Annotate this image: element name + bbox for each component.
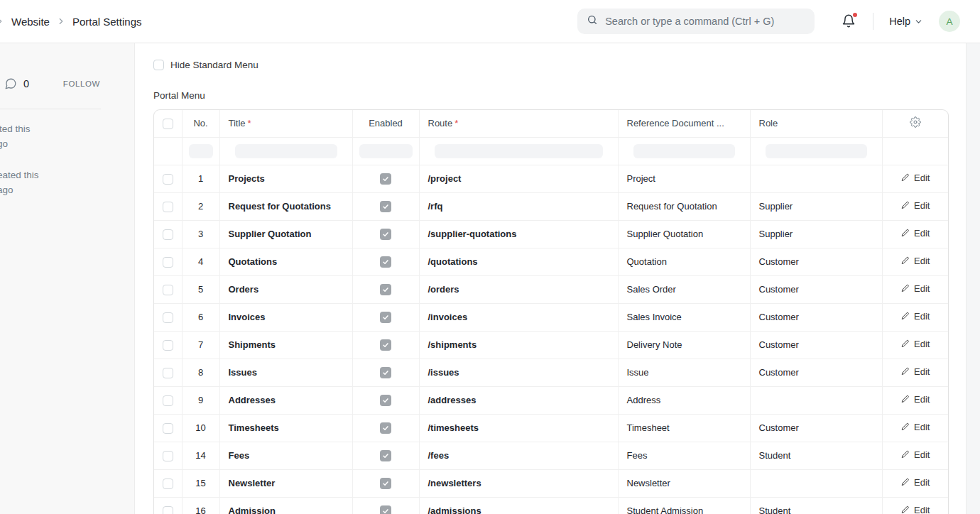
filter-input-title[interactable] [235,144,337,158]
column-header-enabled[interactable]: Enabled [369,118,403,128]
row-reference-cell[interactable]: Supplier Quotation [627,229,704,239]
row-reference-cell[interactable]: Quotation [627,256,667,267]
edit-row-button[interactable]: Edit [900,283,930,294]
row-role-cell[interactable]: Student [759,505,791,514]
row-select-checkbox[interactable] [163,202,173,212]
row-title-cell[interactable]: Orders [229,284,259,295]
row-title-cell[interactable]: Request for Quotations [229,201,331,212]
enabled-checkbox[interactable] [380,395,391,406]
comments-button[interactable]: 0 [4,77,29,90]
row-route-cell[interactable]: /admissions [428,505,481,514]
row-reference-cell[interactable]: Address [627,395,661,405]
row-route-cell[interactable]: /invoices [428,312,468,322]
row-reference-cell[interactable]: Sales Invoice [627,312,682,322]
row-route-cell[interactable]: /timesheets [428,422,479,433]
enabled-checkbox[interactable] [380,201,391,212]
row-reference-cell[interactable]: Student Admission [627,505,704,514]
row-title-cell[interactable]: Projects [229,173,265,184]
row-reference-cell[interactable]: Project [627,173,655,184]
row-role-cell[interactable]: Customer [759,422,799,433]
edit-row-button[interactable]: Edit [900,200,930,211]
edit-row-button[interactable]: Edit [900,339,930,349]
row-title-cell[interactable]: Quotations [229,256,278,267]
row-route-cell[interactable]: /addresses [428,395,477,405]
row-select-checkbox[interactable] [163,368,173,378]
row-select-checkbox[interactable] [163,451,173,461]
filter-input-reference[interactable] [633,144,735,158]
row-title-cell[interactable]: Fees [229,450,250,461]
row-title-cell[interactable]: Shipments [229,339,276,350]
row-route-cell[interactable]: /issues [428,367,459,378]
row-select-checkbox[interactable] [163,229,173,240]
enabled-checkbox[interactable] [380,284,391,295]
grid-settings-button[interactable] [910,116,921,128]
row-role-cell[interactable]: Customer [759,367,799,378]
row-select-checkbox[interactable] [163,340,173,351]
row-role-cell[interactable]: Customer [759,284,799,295]
enabled-checkbox[interactable] [380,478,391,489]
filter-input-route[interactable] [435,144,603,158]
notifications-button[interactable] [842,13,857,29]
row-title-cell[interactable]: Issues [229,367,257,378]
enabled-checkbox[interactable] [380,339,391,351]
edit-row-button[interactable]: Edit [900,311,930,322]
help-menu[interactable]: Help [889,16,923,27]
row-select-checkbox[interactable] [163,423,173,434]
edit-row-button[interactable]: Edit [900,477,930,488]
row-select-checkbox[interactable] [163,257,173,268]
column-header-title[interactable]: Title [229,118,246,128]
edit-row-button[interactable]: Edit [900,422,930,432]
edit-row-button[interactable]: Edit [900,228,930,239]
edit-row-button[interactable]: Edit [900,449,930,460]
row-select-checkbox[interactable] [163,506,173,514]
filter-input-role[interactable] [766,144,867,158]
row-title-cell[interactable]: Newsletter [229,478,276,488]
row-select-checkbox[interactable] [163,312,173,323]
row-role-cell[interactable]: Customer [759,339,799,350]
row-reference-cell[interactable]: Delivery Note [627,339,682,350]
row-select-checkbox[interactable] [163,174,173,185]
row-select-checkbox[interactable] [163,285,173,295]
breadcrumb-item-portal-settings[interactable]: Portal Settings [72,16,142,28]
enabled-checkbox[interactable] [380,505,391,514]
filter-input-enabled[interactable] [359,144,413,158]
enabled-checkbox[interactable] [380,256,391,268]
row-reference-cell[interactable]: Newsletter [627,478,670,488]
row-title-cell[interactable]: Timesheets [229,422,279,433]
row-role-cell[interactable]: Supplier [759,229,793,239]
enabled-checkbox[interactable] [380,422,391,434]
row-route-cell[interactable]: /quotations [428,256,478,267]
select-all-checkbox[interactable] [163,119,173,129]
column-header-no[interactable]: No. [193,118,207,128]
row-title-cell[interactable]: Addresses [229,395,276,405]
scrollbar-track[interactable] [966,43,980,514]
row-reference-cell[interactable]: Fees [627,450,648,461]
row-role-cell[interactable]: Customer [759,312,799,322]
row-route-cell[interactable]: /rfq [428,201,443,212]
hide-standard-menu-checkbox[interactable] [153,60,164,70]
row-route-cell[interactable]: /fees [428,450,450,461]
filter-input-no[interactable] [189,144,213,158]
row-reference-cell[interactable]: Sales Order [627,284,676,295]
hide-standard-menu-field[interactable]: Hide Standard Menu [153,60,980,70]
edit-row-button[interactable]: Edit [900,173,930,183]
row-title-cell[interactable]: Supplier Quotation [229,229,312,239]
avatar[interactable]: A [939,11,960,32]
edit-row-button[interactable]: Edit [900,366,930,377]
row-select-checkbox[interactable] [163,479,173,489]
row-route-cell[interactable]: /supplier-quotations [428,229,517,239]
breadcrumb-item-website[interactable]: Website [11,16,50,28]
column-header-route[interactable]: Route [428,118,453,128]
search-input[interactable] [605,16,805,27]
enabled-checkbox[interactable] [380,173,391,185]
row-route-cell[interactable]: /project [428,173,462,184]
row-route-cell[interactable]: /orders [428,284,459,295]
enabled-checkbox[interactable] [380,312,391,323]
edit-row-button[interactable]: Edit [900,256,930,266]
row-title-cell[interactable]: Invoices [229,312,266,322]
enabled-checkbox[interactable] [380,367,391,378]
row-reference-cell[interactable]: Request for Quotation [627,201,717,212]
row-role-cell[interactable]: Customer [759,256,799,267]
enabled-checkbox[interactable] [380,229,391,240]
edit-row-button[interactable]: Edit [900,505,930,514]
